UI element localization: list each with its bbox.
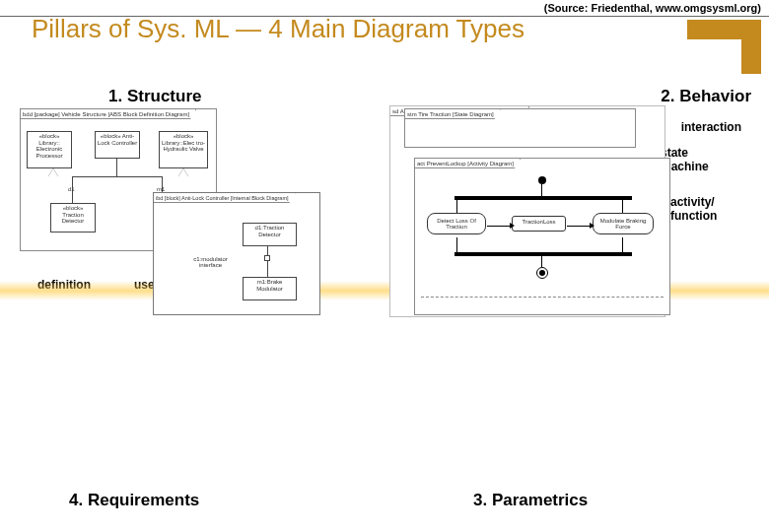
bdd-block-antilock-controller: «block» Anti-Lock Controller: [95, 131, 140, 159]
internal-block-diagram: ibd [block] Anti-Lock Controller [Intern…: [153, 192, 320, 315]
fork-bar: [454, 196, 632, 200]
heading-structure: 1. Structure: [108, 87, 201, 106]
initial-node-icon: [538, 176, 546, 184]
ibd-part-brake-modulator: m1:Brake Modulator: [243, 277, 297, 300]
corner-logo: [687, 20, 761, 74]
state-machine-diagram: stm Tire Traction [State Diagram]: [404, 108, 636, 148]
label-activity-function: activity/ function: [670, 195, 730, 223]
heading-requirements: 4. Requirements: [69, 491, 199, 510]
arrowhead-icon: [590, 223, 594, 229]
ibd-tab: ibd [block] Anti-Lock Controller [Intern…: [154, 193, 296, 203]
join-bar: [454, 252, 632, 256]
heading-behavior: 2. Behavior: [661, 87, 751, 106]
act-node-detect: Detect Loss Of Traction: [427, 213, 486, 234]
activity-diagram: act PreventLockup [Activity Diagram] Det…: [414, 158, 670, 315]
triangle-icon: [48, 168, 58, 176]
stm-tab: stm Tire Traction [State Diagram]: [405, 109, 501, 119]
bdd-block-electronic-processor: «block» Library:: Electronic Processor: [27, 131, 72, 168]
act-node-modulate: Modulate Braking Force: [593, 213, 654, 234]
bdd-tab: bdd [package] Vehicle Structure [ABS Blo…: [21, 109, 196, 119]
bdd-block-ehv: «block» Library::Elec tro-Hydraulic Valv…: [159, 131, 208, 168]
arrowhead-icon: [510, 223, 515, 229]
ibd-part-traction-detector: d1:Traction Detector: [243, 223, 297, 246]
port-icon: [264, 255, 270, 261]
source-text: (Source: Friedenthal, www.omgsysml.org): [544, 2, 761, 14]
act-tab: act PreventLockup [Activity Diagram]: [415, 159, 521, 168]
page-title: Pillars of Sys. ML — 4 Main Diagram Type…: [32, 14, 524, 44]
ibd-port-label: c1:modulator interface: [183, 256, 238, 268]
act-node-tractionloss: TractionLoss: [512, 216, 566, 232]
heading-parametrics: 3. Parametrics: [473, 491, 588, 510]
bdd-role-d1: d1: [68, 186, 75, 192]
triangle-icon: [178, 168, 188, 176]
label-interaction: interaction: [681, 120, 741, 134]
bdd-block-traction-detector: «block» Traction Detector: [50, 203, 96, 233]
final-node-icon: [536, 267, 548, 279]
